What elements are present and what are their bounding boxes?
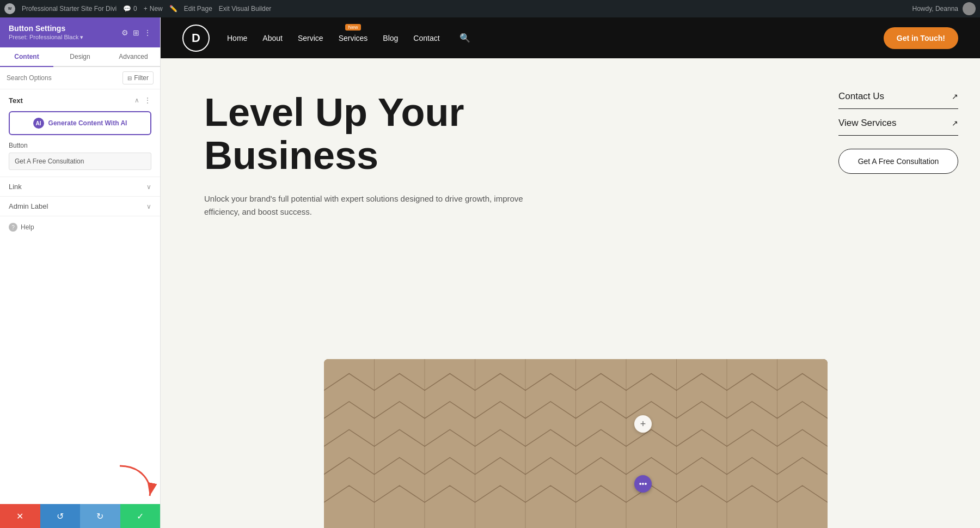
building-svg [324, 359, 828, 528]
admin-label-row[interactable]: Admin Label ∨ [0, 196, 160, 216]
bottom-action-bar: ✕ ↺ ↻ ✓ [0, 504, 160, 528]
panel-grid-icon[interactable]: ⊞ [133, 28, 139, 37]
search-input[interactable] [7, 74, 118, 82]
site-nav: Home About Service New Services Blog Con… [227, 33, 470, 43]
hero-subtext: Unlock your brand's full potential with … [204, 192, 542, 219]
view-services-text: View Services [838, 118, 896, 129]
building-image [324, 359, 828, 528]
help-icon: ? [9, 223, 17, 232]
view-services-arrow-icon: ↗ [952, 119, 958, 128]
add-module-button[interactable]: + [634, 415, 652, 433]
edit-page-link[interactable]: Edit Page [184, 5, 212, 13]
panel-menu-icon[interactable]: ⋮ [144, 28, 151, 37]
consultation-button[interactable]: Get A Free Consultation [838, 149, 958, 174]
building-pattern [324, 359, 828, 528]
site-header: D Home About Service New Services Blog [161, 17, 980, 58]
search-row: ⊟ Filter [0, 67, 160, 89]
text-section-title: Text [9, 96, 23, 105]
undo-button[interactable]: ↺ [40, 504, 81, 528]
site-name-link[interactable]: Professional Starter Site For Divi [22, 5, 117, 13]
view-services-link[interactable]: View Services ↗ [838, 118, 958, 136]
comments-link[interactable]: 💬 0 [123, 5, 137, 13]
ai-icon: AI [33, 118, 44, 129]
svg-text:W: W [8, 7, 12, 10]
admin-label-expand-icon: ∨ [146, 203, 151, 210]
panel-tabs: Content Design Advanced [0, 47, 160, 67]
help-row[interactable]: ? Help [0, 216, 160, 238]
page-content: Level Up Your Business Unlock your brand… [161, 58, 980, 528]
panel-preset[interactable]: Preset: Professional Black ▾ [9, 34, 83, 41]
tab-content[interactable]: Content [0, 47, 53, 67]
nav-new-badge: New [345, 24, 360, 31]
hero-heading: Level Up Your Business [204, 91, 585, 177]
admin-label-section-label: Admin Label [9, 202, 48, 210]
contact-us-text: Contact Us [838, 91, 884, 102]
button-field-label: Button [9, 142, 151, 149]
left-panel: Button Settings Preset: Professional Bla… [0, 17, 161, 528]
get-in-touch-button[interactable]: Get in Touch! [884, 27, 958, 49]
main-container: Button Settings Preset: Professional Bla… [0, 17, 980, 528]
nav-home[interactable]: Home [227, 34, 247, 43]
contact-us-link[interactable]: Contact Us ↗ [838, 91, 958, 109]
text-section-menu-icon[interactable]: ⋮ [144, 96, 151, 105]
wp-logo-icon[interactable]: W [4, 3, 15, 14]
site-logo[interactable]: D [182, 25, 210, 52]
user-avatar[interactable] [963, 2, 976, 15]
link-section-label: Link [9, 183, 22, 191]
ai-generate-button[interactable]: AI Generate Content With AI [9, 111, 151, 135]
save-button[interactable]: ✓ [120, 504, 161, 528]
more-options-button[interactable]: ••• [634, 475, 652, 493]
nav-search-icon[interactable]: 🔍 [460, 33, 470, 43]
exit-builder-link[interactable]: Exit Visual Builder [219, 5, 272, 13]
filter-icon: ⊟ [127, 75, 132, 81]
tab-design[interactable]: Design [53, 47, 107, 67]
panel-header: Button Settings Preset: Professional Bla… [0, 17, 160, 47]
contact-us-arrow-icon: ↗ [952, 92, 958, 101]
redo-button[interactable]: ↻ [80, 504, 120, 528]
text-section-header: Text ∧ ⋮ [0, 89, 160, 109]
nav-blog[interactable]: Blog [383, 34, 398, 43]
cancel-button[interactable]: ✕ [0, 504, 40, 528]
link-section-row[interactable]: Link ∨ [0, 177, 160, 196]
hero-right-sidebar: Contact Us ↗ View Services ↗ Get A Free … [828, 58, 980, 528]
button-text-input[interactable] [9, 153, 151, 170]
filter-button[interactable]: ⊟ Filter [122, 71, 154, 84]
nav-about[interactable]: About [262, 34, 283, 43]
nav-services[interactable]: New Services [339, 34, 368, 43]
nav-service[interactable]: Service [298, 34, 323, 43]
panel-settings-icon[interactable]: ⚙ [121, 28, 128, 37]
text-section-collapse-icon[interactable]: ∧ [134, 96, 139, 104]
panel-title: Button Settings [9, 24, 83, 33]
separator: ✏️ [169, 5, 177, 13]
howdy-text: Howdy, Deanna [912, 5, 959, 13]
nav-contact[interactable]: Contact [413, 34, 439, 43]
help-label: Help [21, 223, 34, 231]
new-link[interactable]: + New [144, 5, 163, 13]
admin-bar-right: Howdy, Deanna [912, 2, 976, 15]
tab-advanced[interactable]: Advanced [107, 47, 160, 67]
right-content: D Home About Service New Services Blog [161, 17, 980, 528]
admin-bar: W Professional Starter Site For Divi 💬 0… [0, 0, 980, 17]
button-section: Button [0, 142, 160, 177]
link-expand-icon: ∨ [146, 183, 151, 191]
